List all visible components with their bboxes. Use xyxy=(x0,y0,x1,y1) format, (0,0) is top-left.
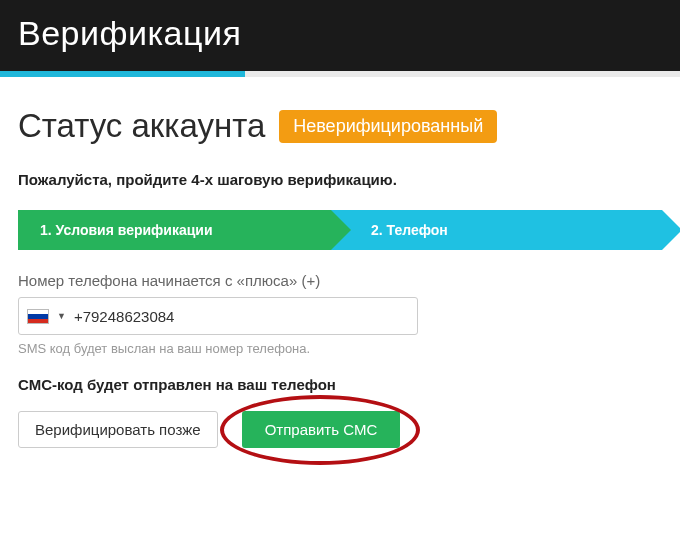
phone-number-field[interactable] xyxy=(74,308,409,325)
step-terms-label: 1. Условия верификации xyxy=(40,222,213,238)
verify-later-button[interactable]: Верифицировать позже xyxy=(18,411,218,448)
status-badge: Неверифицированный xyxy=(279,110,497,143)
wizard-steps: 1. Условия верификации 2. Телефон xyxy=(18,210,662,250)
step-phone-label: 2. Телефон xyxy=(371,222,448,238)
verification-instruction: Пожалуйста, пройдите 4-х шаговую верифик… xyxy=(18,171,662,188)
tab-indicator xyxy=(0,71,680,77)
tab-indicator-active xyxy=(0,71,245,77)
page-title: Верификация xyxy=(18,14,241,52)
phone-field-label: Номер телефона начинается с «плюса» (+) xyxy=(18,272,662,289)
chevron-down-icon[interactable]: ▼ xyxy=(57,311,66,321)
step-phone[interactable]: 2. Телефон xyxy=(331,210,662,250)
phone-input[interactable]: ▼ xyxy=(18,297,418,335)
phone-hint: SMS код будет выслан на ваш номер телефо… xyxy=(18,341,662,356)
content-area: Статус аккаунта Неверифицированный Пожал… xyxy=(0,77,680,448)
account-status-title: Статус аккаунта xyxy=(18,107,265,145)
send-sms-highlight: Отправить СМС xyxy=(242,411,401,448)
sms-instruction: СМС-код будет отправлен на ваш телефон xyxy=(18,376,662,393)
action-row: Верифицировать позже Отправить СМС xyxy=(18,411,662,448)
page-header: Верификация xyxy=(0,0,680,71)
account-status-row: Статус аккаунта Неверифицированный xyxy=(18,107,662,145)
send-sms-button[interactable]: Отправить СМС xyxy=(242,411,401,448)
step-terms[interactable]: 1. Условия верификации xyxy=(18,210,331,250)
flag-russia-icon xyxy=(27,309,49,324)
